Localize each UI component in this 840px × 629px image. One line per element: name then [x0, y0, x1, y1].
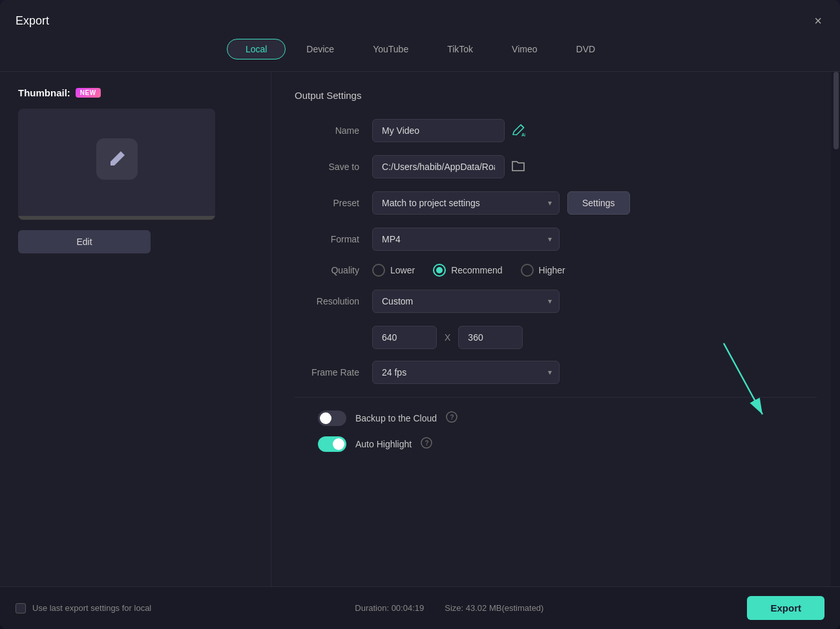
- folder-browse-icon[interactable]: [511, 159, 525, 175]
- svg-text:?: ?: [425, 440, 429, 447]
- ai-pencil-svg: AI: [511, 123, 525, 138]
- quality-row: Quality Lower Recommend Higher: [295, 264, 817, 277]
- tab-bar: Local Device YouTube TikTok Vimeo DVD: [0, 39, 840, 71]
- thumbnail-icon-bg: [96, 138, 138, 180]
- export-dialog: Export × Local Device YouTube TikTok Vim…: [0, 0, 840, 629]
- save-to-input[interactable]: [372, 155, 505, 178]
- use-last-checkbox[interactable]: [16, 603, 26, 613]
- tab-youtube[interactable]: YouTube: [355, 39, 426, 59]
- format-row: Format MP4 MOV AVI ▾: [295, 228, 817, 251]
- content-area: Thumbnail: NEW Edit Output Settings: [0, 71, 840, 586]
- bottom-info: Duration: 00:04:19 Size: 43.02 MB(estima…: [355, 603, 543, 613]
- close-button[interactable]: ×: [812, 12, 824, 30]
- quality-lower-radio[interactable]: [372, 264, 385, 277]
- resolution-label: Resolution: [295, 296, 359, 306]
- settings-button[interactable]: Settings: [567, 191, 630, 215]
- edit-pencil-icon: [107, 149, 127, 169]
- quality-recommend-label: Recommend: [451, 265, 502, 275]
- save-to-row: Save to: [295, 155, 817, 178]
- auto-highlight-slider: [318, 436, 346, 452]
- backup-cloud-row: Backup to the Cloud ?: [295, 410, 817, 426]
- auto-highlight-toggle[interactable]: [318, 436, 346, 452]
- frame-rate-select[interactable]: 24 fps 30 fps 60 fps: [372, 361, 560, 384]
- use-last-label: Use last export settings for local: [32, 603, 151, 613]
- ai-rename-icon[interactable]: AI: [511, 123, 525, 138]
- question-circle-svg: ?: [446, 411, 457, 423]
- resolution-row: Resolution Custom 1920x1080 1280x720 ▾: [295, 290, 817, 313]
- name-input[interactable]: [372, 119, 505, 142]
- right-panel: Output Settings Name AI Sa: [271, 72, 840, 586]
- settings-divider: [295, 397, 817, 398]
- preset-select-wrap: Match to project settings Custom ▾: [372, 191, 560, 215]
- tab-tiktok[interactable]: TikTok: [429, 39, 491, 59]
- duration-text: Duration: 00:04:19: [355, 603, 424, 613]
- dialog-title: Export: [16, 14, 49, 28]
- backup-cloud-toggle[interactable]: [318, 410, 346, 426]
- preset-select[interactable]: Match to project settings Custom: [372, 191, 560, 215]
- output-settings-title: Output Settings: [295, 90, 817, 101]
- quality-options-group: Lower Recommend Higher: [372, 264, 565, 277]
- save-to-label: Save to: [295, 162, 359, 172]
- quality-recommend-radio[interactable]: [433, 264, 446, 277]
- name-input-group: AI: [372, 119, 525, 142]
- thumbnail-text: Thumbnail:: [18, 87, 70, 98]
- resolution-select-wrap: Custom 1920x1080 1280x720 ▾: [372, 290, 560, 313]
- preset-label: Preset: [295, 198, 359, 208]
- use-last-settings-row: Use last export settings for local: [16, 603, 151, 613]
- svg-text:?: ?: [450, 414, 454, 421]
- auto-highlight-row: Auto Highlight ?: [295, 436, 817, 452]
- auto-highlight-question-svg: ?: [421, 437, 432, 449]
- resolution-dimensions-row: X: [372, 326, 817, 349]
- tab-device[interactable]: Device: [288, 39, 352, 59]
- resolution-width-input[interactable]: [372, 326, 437, 349]
- auto-highlight-help-icon[interactable]: ?: [421, 437, 432, 451]
- frame-rate-row: Frame Rate 24 fps 30 fps 60 fps ▾: [295, 361, 817, 384]
- bottom-bar: Use last export settings for local Durat…: [0, 586, 840, 629]
- scrollbar-thumb[interactable]: [834, 72, 839, 149]
- tab-dvd[interactable]: DVD: [558, 39, 614, 59]
- quality-recommend-option[interactable]: Recommend: [433, 264, 502, 277]
- format-select[interactable]: MP4 MOV AVI: [372, 228, 560, 251]
- quality-higher-label: Higher: [539, 265, 565, 275]
- thumbnail-label-row: Thumbnail: NEW: [18, 87, 253, 98]
- backup-cloud-slider: [318, 410, 346, 426]
- thumbnail-preview: [18, 109, 215, 220]
- backup-cloud-label: Backup to the Cloud: [355, 413, 437, 423]
- format-label: Format: [295, 234, 359, 244]
- quality-higher-radio[interactable]: [521, 264, 534, 277]
- resolution-select[interactable]: Custom 1920x1080 1280x720: [372, 290, 560, 313]
- preset-row: Preset Match to project settings Custom …: [295, 191, 817, 215]
- save-to-input-group: [372, 155, 525, 178]
- thumbnail-content: [96, 138, 138, 190]
- scrollbar-track[interactable]: [831, 72, 840, 586]
- resolution-height-input[interactable]: [458, 326, 523, 349]
- quality-lower-label: Lower: [390, 265, 415, 275]
- size-text: Size: 43.02 MB(estimated): [445, 603, 543, 613]
- frame-rate-select-wrap: 24 fps 30 fps 60 fps ▾: [372, 361, 560, 384]
- frame-rate-label: Frame Rate: [295, 367, 359, 378]
- title-bar: Export ×: [0, 0, 840, 39]
- folder-svg: [511, 159, 525, 172]
- left-panel: Thumbnail: NEW Edit: [0, 72, 271, 586]
- new-badge: NEW: [76, 88, 101, 98]
- tab-local[interactable]: Local: [227, 39, 286, 59]
- quality-label: Quality: [295, 265, 359, 275]
- name-row: Name AI: [295, 119, 817, 142]
- name-label: Name: [295, 125, 359, 136]
- resolution-x-separator: X: [445, 332, 450, 343]
- edit-button[interactable]: Edit: [18, 230, 151, 253]
- svg-text:AI: AI: [521, 133, 525, 137]
- export-button[interactable]: Export: [747, 596, 824, 620]
- format-select-wrap: MP4 MOV AVI ▾: [372, 228, 560, 251]
- thumbnail-progress-bar: [18, 216, 215, 220]
- tab-vimeo[interactable]: Vimeo: [494, 39, 555, 59]
- auto-highlight-label: Auto Highlight: [355, 439, 412, 449]
- backup-cloud-help-icon[interactable]: ?: [446, 411, 457, 425]
- quality-lower-option[interactable]: Lower: [372, 264, 415, 277]
- quality-higher-option[interactable]: Higher: [521, 264, 565, 277]
